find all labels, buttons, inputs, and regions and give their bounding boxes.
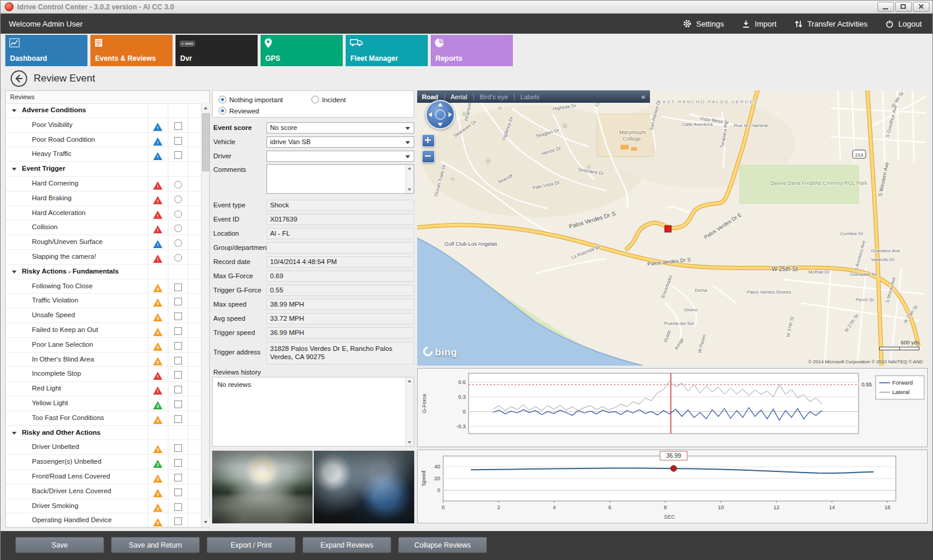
radio-hard-braking[interactable] (174, 196, 182, 203)
map-panel[interactable]: 213 EAST RANCHO PALOS VERDESMarymountCol… (417, 90, 928, 366)
vehicle-select[interactable]: idrive Van SB (266, 136, 414, 148)
tree-item-poor-visibility[interactable]: Poor Visibility! (6, 118, 201, 133)
save-and-return-button[interactable]: Save and Return (111, 537, 200, 553)
radio-collision[interactable] (174, 224, 182, 232)
tree-item-heavy-traffic[interactable]: Heavy Traffic! (6, 147, 201, 162)
map-mode-labels[interactable]: Labels (521, 93, 539, 100)
tree-item-poor-lane-selection[interactable]: Poor Lane Selection3 (6, 338, 201, 353)
reviews-history-list[interactable]: No reviews (212, 377, 414, 447)
tree-item-operating-handled-device[interactable]: Operating Handled Device3 (6, 513, 201, 527)
import-button[interactable]: Import (742, 19, 776, 28)
back-button[interactable] (11, 70, 27, 87)
pan-east-icon[interactable] (448, 112, 452, 117)
event-score-select[interactable]: No score (266, 122, 414, 134)
tree-item-driver-unbelted[interactable]: Driver Unbelted3 (6, 440, 201, 455)
tree-item-in-other-s-blind-area[interactable]: In Other's Blind Area3 (6, 353, 201, 367)
tree-item-front-road-lens-covered[interactable]: Front/Road Lens Covered3 (6, 470, 201, 484)
pan-west-icon[interactable] (428, 112, 432, 117)
settings-button[interactable]: Settings (682, 19, 724, 28)
front-camera-thumbnail[interactable] (212, 451, 313, 523)
tree-item-driver-smoking[interactable]: Driver Smoking3 (6, 499, 201, 514)
event-location-marker[interactable] (665, 226, 671, 232)
radio-incident[interactable] (311, 96, 319, 103)
tree-item-hard-braking[interactable]: Hard Braking! (6, 191, 201, 206)
pan-north-icon[interactable] (438, 103, 443, 106)
tree-item-passenger-s-unbelted[interactable]: Passenger(s) Unbelted2 (6, 455, 201, 470)
close-button[interactable] (913, 2, 929, 12)
tree-item-slapping-the-camera[interactable]: Slapping the camera!! (6, 250, 201, 265)
radio-hard-acceleration[interactable] (174, 210, 182, 218)
tab-dashboard[interactable]: Dashboard (5, 35, 87, 66)
tree-item-back-driver-lens-covered[interactable]: Back/Driver Lens Covered3 (6, 484, 201, 499)
radio-reviewed[interactable] (219, 107, 226, 115)
reviews-scrollbar[interactable] (201, 103, 209, 527)
scrollbar-thumb[interactable] (202, 113, 210, 171)
tree-item-yellow-light[interactable]: Yellow Light2 (6, 396, 201, 411)
checkbox-following-too-close[interactable] (174, 284, 182, 291)
tab-dvr[interactable]: Dvr (175, 35, 258, 66)
tree-item-hard-cornering[interactable]: Hard Cornering! (6, 177, 201, 191)
tree-group-adverse-conditions[interactable]: Adverse Conditions (6, 103, 201, 118)
tab-reports[interactable]: Reports (431, 35, 513, 66)
checkbox-incomplete-stop[interactable] (174, 371, 182, 379)
scroll-up-arrow-icon[interactable] (201, 103, 210, 113)
checkbox-passenger-s-unbelted[interactable] (174, 459, 182, 467)
tree-item-incomplete-stop[interactable]: Incomplete Stop! (6, 367, 201, 382)
collapse-caret-icon[interactable] (12, 271, 17, 274)
checkbox-yellow-light[interactable] (174, 401, 182, 408)
tree-item-failed-to-keep-an-out[interactable]: Failed to Keep an Out3 (6, 323, 201, 338)
checkbox-driver-smoking[interactable] (174, 503, 182, 511)
checkbox-unsafe-speed[interactable] (174, 312, 182, 320)
tab-fleet-manager[interactable]: Fleet Manager (346, 35, 428, 66)
radio-hard-cornering[interactable] (174, 181, 182, 188)
reviews-history-scrollbar[interactable] (405, 377, 414, 446)
scroll-down-arrow-icon[interactable] (201, 517, 210, 527)
tree-item-poor-road-condition[interactable]: Poor Road Condition! (6, 133, 201, 148)
tab-gps[interactable]: GPS (261, 35, 343, 66)
cabin-camera-thumbnail[interactable] (314, 451, 414, 523)
tree-group-risky-actions-fundamentals[interactable]: Risky Actions - Fundamentals (6, 265, 201, 279)
collapse-reviews-button[interactable]: Collapse Reviews (398, 537, 487, 553)
radio-nothing-important[interactable] (219, 96, 226, 103)
zoom-out-button[interactable] (422, 150, 435, 163)
classification-option-nothing-important[interactable]: Nothing important (219, 96, 283, 103)
map-collapse-button[interactable]: « (641, 93, 645, 101)
export-print-button[interactable]: Export / Print (207, 537, 295, 553)
transfer-activities-button[interactable]: Transfer Activities (794, 19, 867, 28)
classification-option-incident[interactable]: Incident (311, 96, 346, 103)
tree-item-collision[interactable]: Collision! (6, 220, 201, 235)
map-mode-aerial[interactable]: Aerial (451, 93, 467, 100)
tree-group-event-trigger[interactable]: Event Trigger (6, 162, 201, 177)
comments-scrollbar[interactable] (405, 165, 414, 193)
checkbox-back-driver-lens-covered[interactable] (174, 489, 182, 496)
map-mode-road[interactable]: Road (422, 93, 438, 100)
radio-slapping-the-camera[interactable] (174, 254, 182, 262)
save-button[interactable]: Save (15, 537, 104, 553)
collapse-caret-icon[interactable] (12, 168, 17, 171)
classification-option-reviewed[interactable]: Reviewed (219, 107, 259, 115)
zoom-in-button[interactable] (422, 134, 435, 147)
tree-item-unsafe-speed[interactable]: Unsafe Speed3 (6, 308, 201, 323)
checkbox-heavy-traffic[interactable] (174, 151, 182, 159)
checkbox-poor-road-condition[interactable] (174, 137, 182, 145)
checkbox-red-light[interactable] (174, 386, 182, 393)
checkbox-traffic-violation[interactable] (174, 298, 182, 305)
expand-reviews-button[interactable]: Expand Reviews (303, 537, 391, 553)
map-compass-control[interactable] (425, 100, 455, 129)
map-mode-bird-s-eye[interactable]: Bird's eye (480, 93, 508, 100)
tree-item-too-fast-for-conditions[interactable]: Too Fast For Conditions3 (6, 411, 201, 426)
radio-rough-uneven-surface[interactable] (174, 239, 182, 247)
checkbox-in-other-s-blind-area[interactable] (174, 357, 182, 364)
checkbox-failed-to-keep-an-out[interactable] (174, 327, 182, 335)
comments-input[interactable] (266, 164, 414, 194)
tree-item-rough-uneven-surface[interactable]: Rough/Uneven Surface! (6, 235, 201, 250)
driver-select[interactable] (266, 151, 414, 162)
tree-item-following-too-close[interactable]: Following Too Close3 (6, 279, 201, 294)
checkbox-poor-lane-selection[interactable] (174, 342, 182, 350)
logout-button[interactable]: Logout (885, 19, 922, 28)
checkbox-operating-handled-device[interactable] (174, 517, 182, 525)
maximize-button[interactable] (895, 2, 912, 12)
pan-south-icon[interactable] (438, 123, 443, 126)
tree-item-traffic-violation[interactable]: Traffic Violation3 (6, 294, 201, 308)
tree-group-risky-and-other-actions[interactable]: Risky and Other Actions (6, 426, 201, 441)
